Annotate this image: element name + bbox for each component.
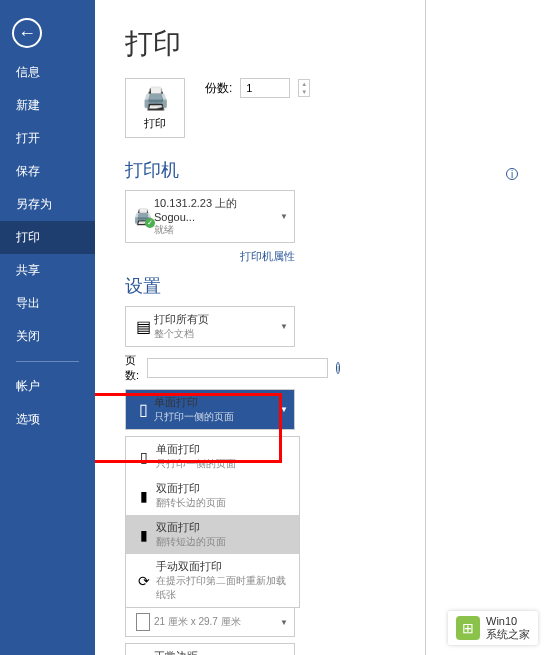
paper-sub: 21 厘米 x 29.7 厘米 [154,615,276,629]
chevron-down-icon: ▼ [276,405,288,414]
nav-open[interactable]: 打开 [0,122,95,155]
paper-size-select[interactable]: 21 厘米 x 29.7 厘米 ▼ [125,607,295,637]
print-range-select[interactable]: ▤ 打印所有页 整个文档 ▼ [125,306,295,347]
watermark-line2: 系统之家 [486,628,530,641]
duplex-icon: ▮ [140,527,148,543]
option-duplex-long[interactable]: ▮ 双面打印 翻转长边的页面 [126,476,299,515]
duplex-icon: ▮ [140,488,148,504]
copies-label: 份数: [205,80,232,97]
printer-name: 10.131.2.23 上的 Sogou... [154,196,276,223]
info-icon[interactable]: i [336,362,340,374]
copies-input[interactable] [240,78,290,98]
printer-section-title: 打印机 [125,158,179,182]
windows-icon: ⊞ [456,616,480,640]
document-icon: ▤ [136,317,151,336]
nav-saveas[interactable]: 另存为 [0,188,95,221]
back-arrow-icon: ← [18,23,36,44]
pages-label: 页数: [125,353,139,383]
manual-icon: ⟳ [138,573,150,589]
margins-title: 正常边距 [154,649,276,655]
option-duplex-short[interactable]: ▮ 双面打印 翻转短边的页面 [126,515,299,554]
print-button-label: 打印 [144,116,166,131]
info-icon[interactable]: i [506,168,518,180]
nav-print[interactable]: 打印 [0,221,95,254]
printer-properties-link[interactable]: 打印机属性 [125,249,295,264]
sides-dropdown-list: ▯ 单面打印 只打印一侧的页面 ▮ 双面打印 翻转长边的页面 ▮ 双面打印 翻转… [125,436,300,608]
chevron-down-icon: ▼ [276,212,288,221]
opt-sub: 翻转短边的页面 [156,535,293,549]
opt-sub: 在提示打印第二面时重新加载纸张 [156,574,293,602]
page-title: 打印 [125,25,518,63]
copies-up[interactable]: ▲ [299,80,309,88]
nav-save[interactable]: 保存 [0,155,95,188]
print-button[interactable]: 🖨️ 打印 [125,78,185,138]
opt-sub: 只打印一侧的页面 [156,457,293,471]
copies-down[interactable]: ▼ [299,88,309,96]
opt-title: 双面打印 [156,481,293,496]
print-range-title: 打印所有页 [154,312,276,327]
margins-select[interactable]: 正常边距 左: 3.18 厘米 右: 3.18... ▼ [125,643,295,655]
nav-info[interactable]: 信息 [0,56,95,89]
opt-title: 手动双面打印 [156,559,293,574]
printer-select[interactable]: 🖨️✓ 10.131.2.23 上的 Sogou... 就绪 ▼ [125,190,295,243]
printer-status-icon: 🖨️✓ [133,207,153,226]
sides-select[interactable]: ▯ 单面打印 只打印一侧的页面 ▼ [125,389,295,430]
paper-icon [136,613,150,631]
chevron-down-icon: ▼ [276,322,288,331]
opt-title: 单面打印 [156,442,293,457]
nav-share[interactable]: 共享 [0,254,95,287]
back-button[interactable]: ← [12,18,42,48]
opt-title: 双面打印 [156,520,293,535]
page-icon: ▯ [139,400,148,419]
print-range-sub: 整个文档 [154,327,276,341]
watermark-line1: Win10 [486,615,530,628]
printer-status: 就绪 [154,223,276,237]
nav-export[interactable]: 导出 [0,287,95,320]
option-manual-duplex[interactable]: ⟳ 手动双面打印 在提示打印第二面时重新加载纸张 [126,554,299,607]
sides-sub: 只打印一侧的页面 [154,410,276,424]
opt-sub: 翻转长边的页面 [156,496,293,510]
sides-title: 单面打印 [154,395,276,410]
nav-options[interactable]: 选项 [0,403,95,436]
nav-new[interactable]: 新建 [0,89,95,122]
printer-icon: 🖨️ [142,86,169,112]
option-single-side[interactable]: ▯ 单面打印 只打印一侧的页面 [126,437,299,476]
nav-account[interactable]: 帐户 [0,370,95,403]
chevron-down-icon: ▼ [276,618,288,627]
pages-input[interactable] [147,358,328,378]
page-icon: ▯ [140,449,148,465]
watermark: ⊞ Win10 系统之家 [448,611,538,645]
settings-section-title: 设置 [125,274,518,298]
nav-close[interactable]: 关闭 [0,320,95,353]
